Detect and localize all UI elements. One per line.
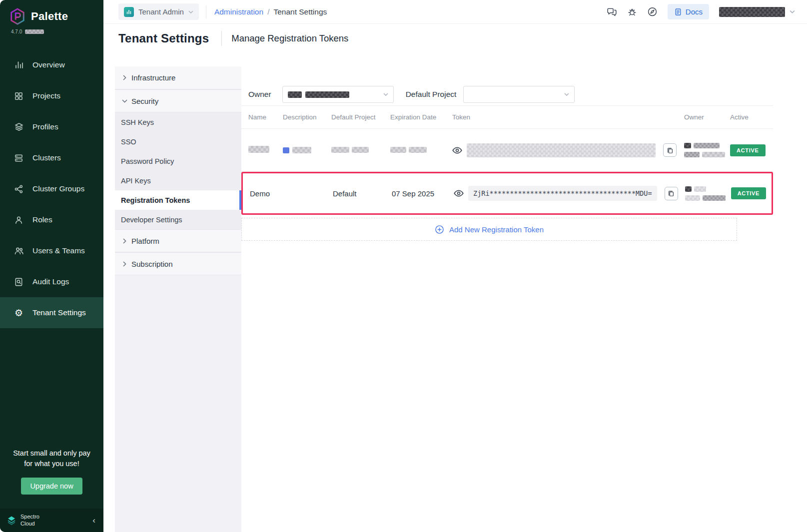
breadcrumb-administration[interactable]: Administration (214, 7, 263, 16)
settings-section-platform[interactable]: Platform (115, 229, 241, 252)
chat-icon[interactable] (607, 6, 617, 17)
footer-brand: Spectro Cloud (20, 514, 39, 527)
sidebar-item-cluster-groups[interactable]: Cluster Groups (0, 173, 103, 204)
app-window: Palette 4.7.0 Overview Projects (0, 0, 807, 532)
table-row-demo[interactable]: Demo Default 07 Sep 2025 ZjRi***********… (243, 173, 772, 213)
status-badge: ACTIVE (731, 187, 767, 199)
settings-nav: Infrastructure Security SSH Keys SSO Pas… (115, 66, 241, 532)
owner-filter-select[interactable] (282, 86, 394, 103)
add-registration-token-button[interactable]: Add New Registration Token (241, 218, 737, 241)
scope-selector[interactable]: Tenant Admin (118, 3, 199, 20)
copy-token-button[interactable] (663, 143, 677, 157)
roles-icon (13, 215, 24, 225)
default-project-filter-select[interactable] (463, 86, 575, 103)
docs-button[interactable]: Docs (668, 4, 709, 19)
profiles-icon (13, 122, 24, 132)
upgrade-now-button[interactable]: Upgrade now (21, 478, 82, 495)
settings-item-sso[interactable]: SSO (115, 132, 241, 151)
page-subtitle: Manage Registration Tokens (231, 33, 348, 44)
plus-circle-icon (435, 225, 444, 234)
sidebar-item-label: Cluster Groups (32, 184, 84, 193)
token-value-cell: ZjRi************************************… (454, 186, 685, 201)
overview-icon (13, 60, 24, 70)
eye-icon[interactable] (454, 188, 464, 198)
sidebar-item-label: Projects (32, 91, 60, 100)
table-header-row: Name Description Default Project Expirat… (241, 106, 773, 129)
filter-row: Owner Default Project (241, 83, 773, 106)
settings-section-subscription[interactable]: Subscription (115, 252, 241, 275)
sidebar-item-users-teams[interactable]: Users & Teams (0, 235, 103, 266)
token-expiration-redacted (390, 146, 452, 154)
tenant-admin-icon (124, 7, 134, 17)
token-description-redacted (283, 147, 331, 153)
settings-item-api-keys[interactable]: API Keys (115, 171, 241, 190)
col-owner: Owner (684, 113, 730, 121)
sidebar-item-audit-logs[interactable]: Audit Logs (0, 266, 103, 297)
col-token: Token (452, 113, 684, 121)
user-menu[interactable] (719, 7, 795, 17)
col-name: Name (248, 113, 283, 121)
spectro-cloud-logo-icon (6, 516, 16, 526)
token-owner-redacted (684, 143, 730, 157)
status-cell: ACTIVE (731, 187, 774, 199)
sidebar-item-clusters[interactable]: Clusters (0, 142, 103, 173)
user-name-redacted (719, 7, 785, 17)
divider (221, 31, 222, 46)
copy-icon (668, 190, 675, 197)
table-row[interactable]: ACTIVE (241, 129, 773, 172)
sidebar-item-roles[interactable]: Roles (0, 204, 103, 235)
compass-icon[interactable] (647, 6, 658, 17)
sidebar-item-tenant-settings[interactable]: ⚙ Tenant Settings (0, 297, 103, 328)
sidebar-item-profiles[interactable]: Profiles (0, 111, 103, 142)
col-default-project: Default Project (331, 113, 390, 121)
settings-section-security[interactable]: Security (115, 89, 241, 112)
sidebar-item-projects[interactable]: Projects (0, 80, 103, 111)
collapse-sidebar-icon[interactable]: ‹ (92, 516, 95, 526)
settings-item-ssh-keys[interactable]: SSH Keys (115, 112, 241, 132)
default-project-filter-label: Default Project (406, 90, 457, 99)
docs-icon (674, 8, 682, 16)
chevron-down-icon (564, 93, 569, 96)
content: Infrastructure Security SSH Keys SSO Pas… (103, 52, 807, 532)
users-icon (13, 246, 24, 256)
token-name-redacted (248, 146, 283, 154)
primary-nav: Overview Projects Profiles Clusters (0, 49, 103, 328)
settings-item-password-policy[interactable]: Password Policy (115, 151, 241, 171)
copy-token-button[interactable] (665, 187, 678, 200)
sidebar: Palette 4.7.0 Overview Projects (0, 0, 103, 532)
bug-icon[interactable] (627, 7, 637, 17)
gear-icon: ⚙ (13, 308, 24, 318)
col-expiration-date: Expiration Date (390, 113, 452, 121)
token-name: Demo (250, 189, 284, 198)
chevron-right-icon (123, 261, 126, 267)
settings-item-registration-tokens[interactable]: Registration Tokens (115, 190, 241, 210)
sidebar-footer: Spectro Cloud ‹ (0, 509, 103, 532)
palette-logo-icon (9, 8, 26, 25)
settings-section-infrastructure[interactable]: Infrastructure (115, 66, 241, 89)
status-cell: ACTIVE (730, 144, 773, 156)
owner-filter-label: Owner (248, 90, 271, 99)
sidebar-item-label: Roles (32, 215, 52, 224)
token-default-project: Default (333, 189, 392, 198)
col-active: Active (730, 113, 773, 121)
eye-icon[interactable] (452, 145, 462, 155)
breadcrumb-separator: / (267, 7, 269, 16)
sidebar-item-overview[interactable]: Overview (0, 49, 103, 80)
breadcrumb-current: Tenant Settings (273, 7, 327, 16)
page-title: Tenant Settings (118, 31, 209, 45)
registration-tokens-panel: Owner Default Project (241, 66, 773, 532)
cluster-groups-icon (13, 184, 24, 194)
settings-item-developer-settings[interactable]: Developer Settings (115, 210, 241, 229)
token-value-field[interactable]: ZjRi************************************… (468, 186, 657, 201)
sidebar-item-label: Overview (32, 60, 65, 69)
chevron-down-icon (383, 93, 388, 96)
clusters-icon (13, 153, 24, 163)
chevron-down-icon (790, 10, 795, 13)
scope-label: Tenant Admin (138, 7, 184, 16)
token-project-redacted (331, 146, 390, 154)
chevron-down-icon (122, 99, 127, 103)
projects-icon (13, 91, 24, 101)
main-area: Tenant Admin Administration / Tenant Set… (103, 0, 807, 532)
copy-icon (667, 147, 674, 154)
sidebar-item-label: Clusters (32, 153, 61, 162)
